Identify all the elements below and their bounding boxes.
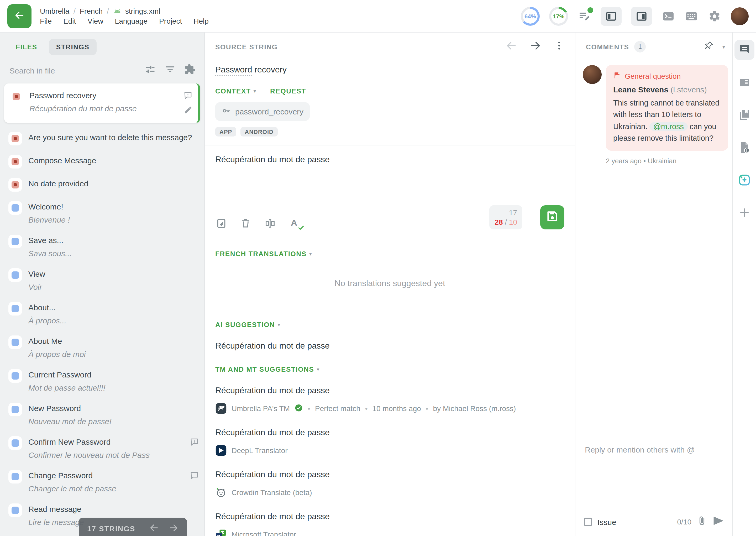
breadcrumb-project[interactable]: Umbrella xyxy=(40,7,69,15)
list-item[interactable]: Confirm New Password Confirmer le nouvea… xyxy=(0,431,204,465)
next-string-icon[interactable] xyxy=(169,522,179,535)
suggestion[interactable]: Récupération du mot de passe xyxy=(205,459,575,501)
menu-item[interactable]: Project xyxy=(159,17,182,25)
settings-gear-icon[interactable] xyxy=(708,9,721,23)
menu-item[interactable]: File xyxy=(40,17,52,25)
strings-count-toast: 17 STRINGS xyxy=(79,518,187,536)
suggestion[interactable]: Récupération du mot de passe xyxy=(205,418,575,459)
list-item[interactable]: New Password Nouveau mot de passe! xyxy=(0,398,204,431)
suggestion-source-name: DeepL Translator xyxy=(232,446,288,454)
tm-mt-suggestions-header[interactable]: TM AND MT SUGGESTIONS▾ xyxy=(215,365,320,373)
comment-author: Leane Stevens (l.stevens) xyxy=(613,85,721,94)
context-dropdown[interactable]: CONTEXT▾ xyxy=(215,87,256,95)
suggestion-text[interactable]: Récupération du mot de passe xyxy=(205,375,575,395)
sidebar-search-row xyxy=(0,58,204,84)
source-string-text: Password recovery xyxy=(205,61,575,75)
mention-chip[interactable]: @m.ross xyxy=(650,122,687,131)
filter-settings-icon[interactable] xyxy=(145,63,156,77)
user-avatar[interactable] xyxy=(731,7,749,25)
no-translations-message: No translations suggested yet xyxy=(205,260,575,309)
add-panel-icon[interactable] xyxy=(735,203,754,222)
suggestion[interactable]: Récupération du mot de passe xyxy=(205,375,575,418)
ai-suggestion-text[interactable]: Récupération du mot de passe xyxy=(205,331,575,351)
comments-tab-icon[interactable] xyxy=(735,40,754,60)
list-item[interactable]: Save as... Sava sous... xyxy=(0,230,204,263)
list-item[interactable]: Change Password Changer le mot de passe xyxy=(0,465,204,499)
status-dot xyxy=(587,7,593,13)
filter-icon[interactable] xyxy=(164,63,176,77)
plugins-puzzle-icon[interactable] xyxy=(184,63,196,77)
length-limit: 10 xyxy=(509,218,517,226)
approved-progress-ring[interactable]: 17% xyxy=(549,7,568,25)
ai-assistant-tab-icon[interactable] xyxy=(735,170,754,190)
console-icon[interactable] xyxy=(662,9,675,23)
string-source-text: Are you sure you want to delete this mes… xyxy=(28,132,193,143)
search-input[interactable] xyxy=(8,65,136,75)
match-type: Perfect match xyxy=(315,404,360,413)
list-item[interactable]: Password recovery Récupération du mot de… xyxy=(4,84,200,123)
menu-item[interactable]: Language xyxy=(115,17,148,25)
suggestion[interactable]: Récupération de mot de passe xyxy=(205,501,575,536)
toggle-left-panel-button[interactable] xyxy=(601,7,622,25)
more-options-icon[interactable] xyxy=(554,40,564,53)
context-tab-icon[interactable] xyxy=(735,73,754,92)
translation-input[interactable]: Récupération du mot de passe xyxy=(215,155,564,205)
save-button[interactable] xyxy=(540,205,564,229)
translated-progress-ring[interactable]: 64% xyxy=(521,7,540,25)
copy-source-icon[interactable] xyxy=(215,217,228,229)
send-icon[interactable] xyxy=(712,515,724,529)
top-bar: Umbrella / French / strings.xml FileEdit… xyxy=(0,0,756,33)
list-item[interactable]: Welcome! Bienvenue ! xyxy=(0,196,204,230)
save-floppy-icon xyxy=(545,210,559,225)
source-length: 17 xyxy=(495,208,517,218)
glossary-tab-icon[interactable] xyxy=(735,105,754,125)
breadcrumb-file[interactable]: strings.xml xyxy=(125,7,160,15)
comment-author-avatar[interactable] xyxy=(583,65,602,84)
pin-icon[interactable] xyxy=(704,40,714,53)
list-item[interactable]: About... À propos... xyxy=(0,297,204,331)
menu-item[interactable]: Edit xyxy=(63,17,76,25)
translation-length: 28 xyxy=(495,218,503,226)
menu-item[interactable]: Help xyxy=(193,17,209,25)
attachment-icon[interactable] xyxy=(697,516,707,528)
file-info-tab-icon[interactable] xyxy=(735,138,754,157)
menu-item[interactable]: View xyxy=(87,17,103,25)
list-item[interactable]: View Voir xyxy=(0,263,204,297)
next-arrow-icon[interactable] xyxy=(530,40,541,53)
keyboard-shortcuts-icon[interactable] xyxy=(685,9,698,23)
chevron-down-icon[interactable]: ▾ xyxy=(722,44,725,50)
list-item[interactable]: Are you sure you want to delete this mes… xyxy=(0,127,204,150)
string-status-icon xyxy=(12,204,19,212)
string-translation-text: Récupération du mot de passe xyxy=(29,103,177,114)
comment-body: This string cannot be translated with le… xyxy=(613,97,721,144)
proofread-mode-icon[interactable] xyxy=(577,9,591,23)
edit-pencil-icon[interactable] xyxy=(184,106,193,117)
select-text-icon[interactable] xyxy=(264,217,276,229)
previous-arrow-icon[interactable] xyxy=(506,40,517,53)
tab-strings[interactable]: STRINGS xyxy=(49,39,97,55)
tab-files[interactable]: FILES xyxy=(8,39,45,55)
microsoft-translator-icon xyxy=(215,529,227,536)
previous-string-icon[interactable] xyxy=(149,522,159,535)
list-item[interactable]: About Me À propos de moi xyxy=(0,331,204,364)
suggestion-text[interactable]: Récupération de mot de passe xyxy=(205,501,575,521)
string-key-chip[interactable]: password_recovery xyxy=(215,102,310,121)
comment: General question Leane Stevens (l.steven… xyxy=(583,65,728,151)
suggestion-text[interactable]: Récupération du mot de passe xyxy=(205,418,575,437)
back-button[interactable] xyxy=(7,4,31,28)
comments-title: COMMENTS xyxy=(586,43,629,50)
ai-suggestion-header[interactable]: AI SUGGESTION▾ xyxy=(215,321,280,329)
list-item[interactable]: No date provided xyxy=(0,173,204,196)
clear-translation-icon[interactable] xyxy=(239,217,252,229)
chevron-down-icon: ▾ xyxy=(309,251,312,257)
spellcheck-icon[interactable]: A xyxy=(288,217,300,229)
toggle-right-panel-button[interactable] xyxy=(631,7,652,25)
breadcrumb-language[interactable]: French xyxy=(80,7,103,15)
suggestion-text[interactable]: Récupération du mot de passe xyxy=(205,459,575,479)
translations-section-header[interactable]: FRENCH TRANSLATIONS▾ xyxy=(215,250,312,258)
request-context-button[interactable]: REQUEST xyxy=(270,87,306,95)
list-item[interactable]: Compose Message xyxy=(0,150,204,173)
list-item[interactable]: Current Password Mot de passe actuel!!! xyxy=(0,364,204,398)
reply-input[interactable] xyxy=(584,445,724,454)
issue-checkbox[interactable] xyxy=(584,518,592,526)
